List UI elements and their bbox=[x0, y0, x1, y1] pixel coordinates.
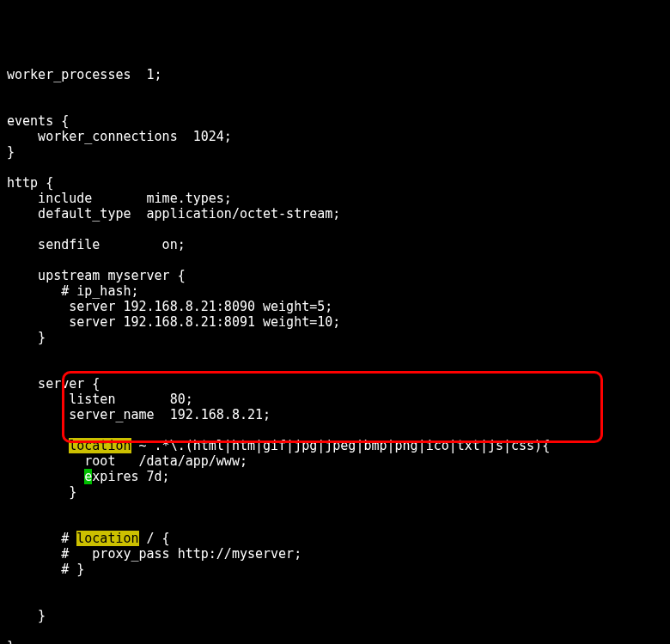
search-highlight: location bbox=[69, 438, 131, 453]
code-line: sendfile on; bbox=[7, 237, 186, 252]
code-line: events { bbox=[7, 113, 69, 129]
code-line: worker_processes 1; bbox=[7, 67, 162, 82]
code-line: } bbox=[7, 330, 46, 345]
code-line: server 192.168.8.21:8090 weight=5; bbox=[7, 299, 332, 314]
code-line: root /data/app/www; bbox=[7, 453, 247, 469]
code-line: expires 7d; bbox=[7, 469, 170, 484]
terminal-editor[interactable]: worker_processes 1; events { worker_conn… bbox=[7, 67, 663, 644]
code-line: } bbox=[7, 639, 15, 644]
code-line: server_name 192.168.8.21; bbox=[7, 407, 271, 422]
code-line: # } bbox=[7, 562, 84, 577]
code-line: location ~ .*\.(html|htm|gif|jpg|jpeg|bm… bbox=[7, 438, 550, 453]
code-line: server 192.168.8.21:8091 weight=10; bbox=[7, 314, 340, 330]
code-line: listen 80; bbox=[7, 392, 193, 407]
code-line: server { bbox=[7, 376, 100, 392]
code-line: include mime.types; bbox=[7, 191, 232, 206]
code-line: worker_connections 1024; bbox=[7, 129, 232, 144]
code-line: # ip_hash; bbox=[7, 283, 139, 299]
code-line: upstream myserver { bbox=[7, 268, 186, 283]
search-highlight: location bbox=[76, 531, 138, 546]
code-line: # proxy_pass http://myserver; bbox=[7, 546, 302, 562]
code-line: } bbox=[7, 484, 76, 500]
code-line: } bbox=[7, 608, 46, 623]
code-line: # location / { bbox=[7, 531, 170, 546]
code-line: http { bbox=[7, 175, 53, 191]
code-line: default_type application/octet-stream; bbox=[7, 206, 340, 222]
code-line: } bbox=[7, 144, 15, 160]
cursor-position: e bbox=[84, 469, 92, 484]
